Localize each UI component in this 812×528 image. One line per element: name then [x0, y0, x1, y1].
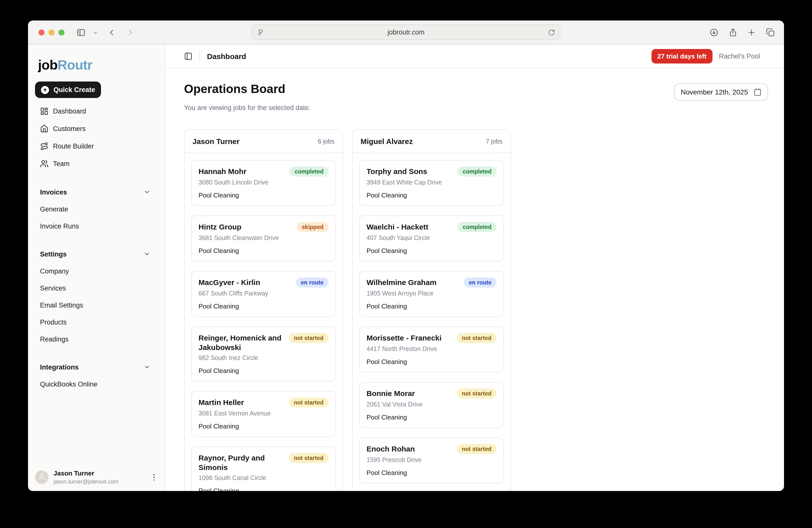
customer-name: Waelchi - Hackett — [366, 222, 428, 232]
job-card[interactable]: Bonnie Morar not started 2061 Val Vista … — [359, 382, 504, 428]
sidebar-item-customers[interactable]: Customers — [28, 120, 164, 137]
job-card[interactable]: Torphy and Sons completed 3949 East Whit… — [359, 160, 504, 206]
sidebar-item-company[interactable]: Company — [28, 263, 164, 279]
header-divider — [200, 51, 200, 61]
chevron-down-icon[interactable] — [92, 30, 98, 35]
sidebar-item-invoice-runs[interactable]: Invoice Runs — [28, 218, 164, 235]
job-card[interactable]: Reinger, Homenick and Jakubowski not sta… — [191, 326, 336, 381]
minimize-window-button[interactable] — [48, 29, 55, 35]
date-picker[interactable]: November 12th, 2025 — [674, 84, 768, 101]
job-card[interactable]: Raynor, Purdy and Simonis not started 10… — [191, 446, 336, 491]
customer-name: Hintz Group — [199, 222, 242, 232]
status-badge: not started — [289, 333, 329, 343]
job-card[interactable]: Morissette - Franecki not started 4417 N… — [359, 326, 504, 372]
sidebar-section-settings: Settings CompanyServicesEmail SettingsPr… — [28, 246, 164, 348]
logo-part-routr: Routr — [58, 58, 92, 73]
user-name: Jason Turner — [54, 470, 118, 478]
job-count: 6 jobs — [318, 138, 334, 145]
sidebar-section-label: Invoices — [40, 188, 67, 196]
kebab-menu-icon[interactable] — [148, 472, 160, 483]
technician-name: Jason Turner — [192, 137, 240, 146]
customer-name: Hannah Mohr — [199, 166, 246, 176]
sidebar-subitem-label: Company — [40, 267, 69, 275]
board-subtitle: You are viewing jobs for the selected da… — [184, 103, 768, 113]
customer-name: Torphy and Sons — [366, 166, 427, 176]
sidebar-item-dashboard[interactable]: Dashboard — [28, 103, 164, 120]
job-count: 7 jobs — [486, 138, 503, 145]
sidebar-subitem-label: Products — [40, 318, 67, 326]
sidebar-subitem-label: Readings — [40, 335, 69, 343]
sidebar-item-email-settings[interactable]: Email Settings — [28, 296, 164, 313]
tab-overview-icon[interactable] — [766, 28, 775, 37]
status-badge: not started — [457, 444, 496, 454]
browser-sidebar-icon[interactable] — [76, 28, 86, 37]
quick-create-label: Quick Create — [54, 86, 95, 93]
page-format-icon[interactable] — [257, 29, 264, 36]
technician-columns: Jason Turner 6 jobs Hannah Mohr complete… — [184, 130, 768, 491]
close-window-button[interactable] — [39, 29, 44, 35]
back-icon[interactable] — [107, 28, 116, 37]
column-body: Torphy and Sons completed 3949 East Whit… — [352, 153, 510, 491]
job-service: Pool Cleaning — [199, 423, 329, 430]
app-sidebar: jobRoutr + Quick Create Dashboard Custom… — [28, 44, 165, 491]
job-card[interactable]: MacGyver - Kirlin en route 667 South Cli… — [191, 271, 336, 317]
sidebar-section-header[interactable]: Integrations — [28, 358, 164, 376]
technician-name: Miguel Alvarez — [361, 137, 413, 146]
job-card[interactable]: Wilhelmine Graham en route 1905 West Arr… — [359, 271, 504, 317]
dashboard-icon — [40, 107, 48, 116]
address-bar[interactable]: jobroutr.com — [251, 25, 561, 40]
job-card[interactable]: Hannah Mohr completed 3080 South Lincoln… — [191, 160, 336, 206]
sidebar-section-label: Integrations — [40, 363, 79, 371]
sidebar-sections: Invoices GenerateInvoice Runs Settings C… — [28, 184, 164, 393]
job-address: 407 South Yaqui Circle — [366, 234, 496, 242]
customer-name: Wilhelmine Graham — [366, 278, 436, 287]
sidebar-collapse-icon[interactable] — [184, 52, 192, 60]
refresh-icon[interactable] — [548, 29, 555, 36]
status-badge: skipped — [297, 222, 329, 232]
downloads-icon[interactable] — [710, 28, 719, 37]
url-text: jobroutr.com — [264, 29, 548, 36]
sidebar-subitem-label: Generate — [40, 205, 68, 213]
sidebar-item-generate[interactable]: Generate — [28, 201, 164, 218]
sidebar-item-readings[interactable]: Readings — [28, 331, 164, 348]
sidebar-section-header[interactable]: Invoices — [28, 184, 164, 201]
status-badge: completed — [290, 166, 329, 176]
sidebar-item-route-builder[interactable]: Route Builder — [28, 137, 164, 155]
status-badge: en route — [464, 278, 496, 288]
account-name: Rachel's Pool — [719, 53, 760, 60]
job-address: 3681 South Clearwater Drive — [199, 234, 329, 242]
sidebar-subitem-label: Email Settings — [40, 301, 83, 309]
job-card[interactable]: Martin Heller not started 3081 East Vern… — [191, 391, 336, 437]
job-service: Pool Cleaning — [366, 303, 496, 310]
quick-create-button[interactable]: + Quick Create — [35, 82, 101, 98]
route-icon — [40, 142, 48, 150]
sidebar-item-team[interactable]: Team — [28, 155, 164, 173]
job-address: 3081 East Vernon Avenue — [199, 410, 329, 417]
chevron-down-icon — [144, 364, 150, 370]
users-icon — [40, 160, 48, 168]
sidebar-item-label: Customers — [53, 125, 86, 132]
new-tab-icon[interactable] — [747, 28, 756, 37]
share-icon[interactable] — [728, 28, 738, 37]
sidebar-section-label: Settings — [40, 250, 67, 258]
sidebar-section-integrations: Integrations QuickBooks Online — [28, 358, 164, 393]
forward-icon[interactable] — [126, 28, 135, 37]
job-service: Pool Cleaning — [199, 367, 329, 375]
sidebar-item-services[interactable]: Services — [28, 279, 164, 296]
job-service: Pool Cleaning — [199, 487, 329, 491]
job-card[interactable]: Enoch Rohan not started 1595 Prescott Dr… — [359, 438, 504, 484]
sidebar-section-header[interactable]: Settings — [28, 246, 164, 263]
job-card[interactable]: Waelchi - Hackett completed 407 South Ya… — [359, 216, 504, 262]
sidebar-item-quickbooks-online[interactable]: QuickBooks Online — [28, 376, 164, 393]
status-badge: completed — [458, 166, 496, 176]
job-address: 1595 Prescott Drive — [366, 456, 496, 464]
zoom-window-button[interactable] — [58, 29, 64, 35]
job-service: Pool Cleaning — [366, 191, 496, 200]
job-service: Pool Cleaning — [199, 303, 329, 310]
job-address: 3949 East White Cap Drive — [366, 178, 496, 187]
calendar-icon — [754, 88, 762, 96]
sidebar-user[interactable]: Jason Turner jason.turner@jobroutr.com — [35, 470, 160, 485]
sidebar-item-products[interactable]: Products — [28, 313, 164, 331]
job-card[interactable]: Hintz Group skipped 3681 South Clearwate… — [191, 216, 336, 262]
job-address: 667 South Cliffs Parkway — [199, 290, 329, 297]
